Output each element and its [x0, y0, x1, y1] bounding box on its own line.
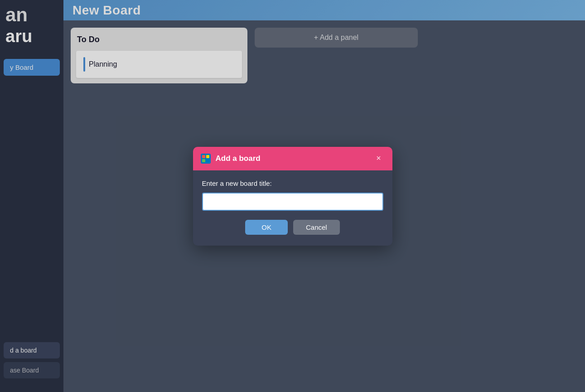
modal-header-left: Add a board	[200, 153, 261, 164]
modal-icon	[200, 153, 211, 164]
icon-block-red	[202, 155, 205, 158]
modal-body: Enter a new board title: OK Cancel	[193, 170, 392, 246]
modal-cancel-button[interactable]: Cancel	[293, 220, 340, 235]
modal-buttons: OK Cancel	[202, 220, 383, 235]
modal-label: Enter a new board title:	[202, 179, 383, 187]
icon-block-green	[202, 159, 205, 162]
trello-icon	[201, 154, 211, 164]
modal-overlay: Add a board × Enter a new board title: O…	[0, 0, 585, 392]
modal-close-button[interactable]: ×	[372, 152, 385, 165]
modal-title: Add a board	[216, 154, 261, 163]
icon-block-yellow	[206, 155, 209, 158]
icon-block-blue2	[206, 159, 209, 162]
modal-ok-button[interactable]: OK	[245, 220, 288, 235]
add-board-modal: Add a board × Enter a new board title: O…	[193, 147, 392, 246]
modal-header: Add a board ×	[193, 147, 392, 170]
board-title-input[interactable]	[202, 193, 383, 211]
